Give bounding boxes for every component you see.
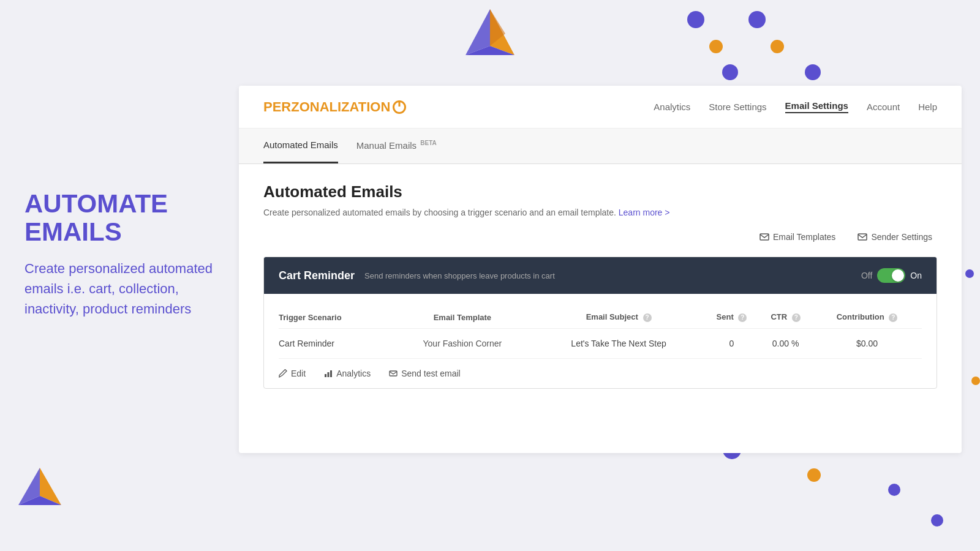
main-panel: PERZONALIZATION Analytics Store Settings… <box>239 86 962 453</box>
left-heading: AUTOMATE EMAILS <box>24 190 214 246</box>
logo-bottom-left <box>12 465 67 514</box>
table-header-row: Trigger Scenario Email Template Email Su… <box>279 306 922 329</box>
edit-button[interactable]: Edit <box>279 369 306 378</box>
contribution-help-icon[interactable]: ? <box>889 313 897 322</box>
email-templates-icon <box>760 232 769 242</box>
page-subtitle: Create personalized automated emails by … <box>263 208 937 217</box>
toggle-on-label: On <box>910 271 922 280</box>
sent-help-icon[interactable]: ? <box>738 313 747 322</box>
brand-name: PERZONALIZATION <box>263 99 390 115</box>
svg-rect-7 <box>760 234 769 240</box>
email-subject-help-icon[interactable]: ? <box>643 313 652 322</box>
svg-rect-9 <box>325 374 326 377</box>
brand-logo: PERZONALIZATION <box>263 99 406 115</box>
svg-rect-10 <box>328 372 330 377</box>
email-templates-button[interactable]: Email Templates <box>755 230 840 244</box>
nav-email-settings[interactable]: Email Settings <box>785 100 848 113</box>
tab-manual-emails[interactable]: Manual Emails BETA <box>356 129 437 163</box>
cart-reminder-title: Cart Reminder <box>279 269 355 282</box>
send-test-email-icon <box>389 369 398 378</box>
cart-reminder-description: Send reminders when shoppers leave produ… <box>364 271 851 280</box>
dot-purple-2 <box>748 11 766 28</box>
page-title: Automated Emails <box>263 182 937 201</box>
left-body: Create personalized automated emails i.e… <box>24 258 214 319</box>
logo-top <box>453 6 527 73</box>
nav-help[interactable]: Help <box>918 102 937 112</box>
toggle-container: Off On <box>861 268 922 283</box>
power-icon <box>393 100 406 114</box>
tab-automated-emails[interactable]: Automated Emails <box>263 129 338 163</box>
learn-more-link[interactable]: Learn more > <box>619 208 670 217</box>
dot-orange-9 <box>807 468 821 482</box>
dot-purple-1 <box>687 11 704 28</box>
dot-purple-10 <box>888 484 900 496</box>
tabs-bar: Automated Emails Manual Emails BETA <box>239 129 962 164</box>
td-email-subject: Let's Take The Next Step <box>533 329 704 359</box>
email-campaigns-table: Trigger Scenario Email Template Email Su… <box>279 306 922 359</box>
table-row: Cart Reminder Your Fashion Corner Let's … <box>279 329 922 359</box>
nav-links: Analytics Store Settings Email Settings … <box>654 100 937 113</box>
nav-account[interactable]: Account <box>867 102 900 112</box>
nav-analytics[interactable]: Analytics <box>654 102 690 112</box>
dot-purple-3 <box>722 64 738 80</box>
dot-purple-11 <box>931 514 943 527</box>
th-trigger-scenario: Trigger Scenario <box>279 306 391 329</box>
toggle-off-label: Off <box>861 271 872 280</box>
td-trigger-scenario: Cart Reminder <box>279 329 391 359</box>
th-contribution: Contribution ? <box>812 306 922 329</box>
analytics-button[interactable]: Analytics <box>324 369 371 378</box>
th-email-template: Email Template <box>391 306 533 329</box>
content-area: Automated Emails Create personalized aut… <box>239 164 962 407</box>
td-sent: 0 <box>704 329 759 359</box>
svg-rect-12 <box>390 371 397 376</box>
top-nav: PERZONALIZATION Analytics Store Settings… <box>239 86 962 129</box>
dot-orange-2 <box>771 40 784 53</box>
table-container: Trigger Scenario Email Template Email Su… <box>264 294 937 359</box>
edit-icon <box>279 369 287 378</box>
th-ctr: CTR ? <box>759 306 812 329</box>
td-ctr: 0.00 % <box>759 329 812 359</box>
dot-orange-8 <box>971 377 980 385</box>
sender-settings-icon <box>858 232 867 242</box>
th-sent: Sent ? <box>704 306 759 329</box>
cart-reminder-toggle[interactable] <box>877 268 905 283</box>
td-contribution: $0.00 <box>812 329 922 359</box>
td-email-template: Your Fashion Corner <box>391 329 533 359</box>
th-email-subject: Email Subject ? <box>533 306 704 329</box>
action-row: Email Templates Sender Settings <box>263 230 937 244</box>
svg-rect-11 <box>330 370 332 377</box>
nav-store-settings[interactable]: Store Settings <box>709 102 766 112</box>
dot-purple-7 <box>965 269 974 278</box>
sender-settings-button[interactable]: Sender Settings <box>853 230 937 244</box>
send-test-email-button[interactable]: Send test email <box>389 369 461 378</box>
analytics-icon <box>324 369 333 378</box>
ctr-help-icon[interactable]: ? <box>792 313 801 322</box>
svg-rect-8 <box>858 234 867 240</box>
dot-purple-4 <box>805 64 821 80</box>
dot-orange-1 <box>709 40 723 53</box>
cart-header: Cart Reminder Send reminders when shoppe… <box>264 257 937 294</box>
bottom-actions: Edit Analytics Send test email <box>264 359 937 388</box>
left-panel: AUTOMATE EMAILS Create personalized auto… <box>24 190 214 319</box>
cart-reminder-section: Cart Reminder Send reminders when shoppe… <box>263 257 937 389</box>
